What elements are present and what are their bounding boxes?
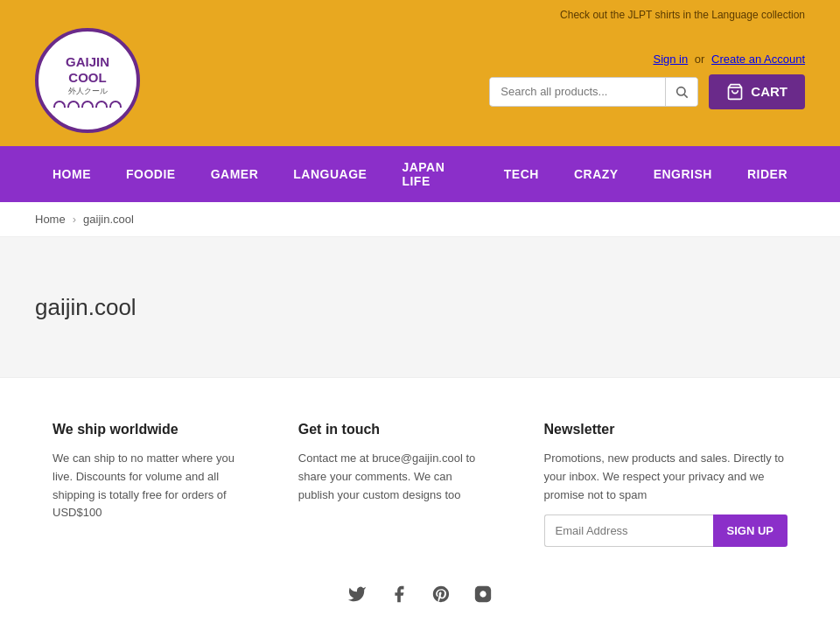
social-row — [52, 582, 788, 606]
instagram-icon — [473, 584, 493, 604]
logo[interactable]: GAIJINCOOL 外人クール — [35, 28, 140, 133]
auth-or: or — [695, 52, 705, 66]
header-right: Sign in or Create an Account — [489, 52, 805, 109]
footer: We ship worldwide We can ship to no matt… — [0, 377, 840, 630]
nav-item-foodie[interactable]: FOODIE — [108, 153, 193, 195]
cart-label: CART — [751, 84, 788, 99]
footer-contact: Get in touch Contact me at bruce@gaijin.… — [298, 422, 492, 547]
facebook-icon — [389, 584, 409, 604]
nav-item-tech[interactable]: TECH — [486, 153, 556, 195]
svg-line-1 — [684, 94, 688, 98]
shipping-text: We can ship to no matter where you live.… — [52, 450, 246, 522]
breadcrumb-separator: › — [73, 213, 76, 226]
breadcrumb: Home › gaijin.cool — [0, 202, 840, 237]
cart-button[interactable]: CART — [709, 74, 805, 109]
auth-links: Sign in or Create an Account — [653, 52, 805, 66]
cart-icon — [726, 83, 744, 101]
pinterest-icon — [431, 584, 451, 604]
search-button[interactable] — [665, 78, 697, 106]
nav-item-engrish[interactable]: ENGRISH — [636, 153, 730, 195]
logo-japanese: 外人クール — [53, 86, 122, 97]
instagram-link[interactable] — [471, 582, 495, 606]
logo-waves — [53, 101, 122, 108]
nav-item-language[interactable]: LANGUAGE — [276, 153, 384, 195]
sign-in-link[interactable]: Sign in — [653, 52, 688, 66]
nav-item-home[interactable]: HOME — [35, 153, 108, 195]
nav-bar: HOME FOODIE GAMER LANGUAGE JAPAN LIFE TE… — [0, 146, 840, 202]
footer-shipping: We ship worldwide We can ship to no matt… — [52, 422, 246, 547]
newsletter-text: Promotions, new products and sales. Dire… — [544, 450, 788, 504]
twitter-icon — [347, 584, 367, 604]
nav-item-gamer[interactable]: GAMER — [193, 153, 276, 195]
signup-button[interactable]: SIGN UP — [713, 514, 788, 547]
shipping-title: We ship worldwide — [52, 422, 246, 438]
search-bar — [489, 77, 698, 107]
footer-newsletter: Newsletter Promotions, new products and … — [544, 422, 788, 547]
search-icon — [675, 85, 689, 99]
promo-text: Check out the JLPT shirts in the Languag… — [560, 9, 805, 21]
header-actions: CART — [489, 74, 805, 109]
contact-title: Get in touch — [298, 422, 492, 438]
main-content: gaijin.cool — [0, 237, 840, 377]
nav-item-rider[interactable]: RIDER — [730, 153, 805, 195]
nav-item-japan-life[interactable]: JAPAN LIFE — [384, 146, 486, 202]
promo-bar: Check out the JLPT shirts in the Languag… — [35, 9, 805, 21]
page-title: gaijin.cool — [35, 294, 136, 321]
search-input[interactable] — [490, 78, 665, 105]
footer-columns: We ship worldwide We can ship to no matt… — [52, 422, 788, 547]
newsletter-form: SIGN UP — [544, 514, 788, 547]
logo-text: GAIJINCOOL — [53, 54, 122, 86]
facebook-link[interactable] — [387, 582, 411, 606]
create-account-link[interactable]: Create an Account — [711, 52, 805, 66]
pinterest-link[interactable] — [429, 582, 453, 606]
svg-point-0 — [677, 87, 685, 94]
breadcrumb-home[interactable]: Home — [35, 213, 66, 226]
newsletter-title: Newsletter — [544, 422, 788, 438]
email-input[interactable] — [544, 514, 713, 547]
breadcrumb-current: gaijin.cool — [83, 213, 134, 226]
header: Check out the JLPT shirts in the Languag… — [0, 0, 840, 146]
nav-item-crazy[interactable]: CRAZY — [556, 153, 636, 195]
twitter-link[interactable] — [345, 582, 369, 606]
contact-text: Contact me at bruce@gaijin.cool to share… — [298, 450, 492, 504]
